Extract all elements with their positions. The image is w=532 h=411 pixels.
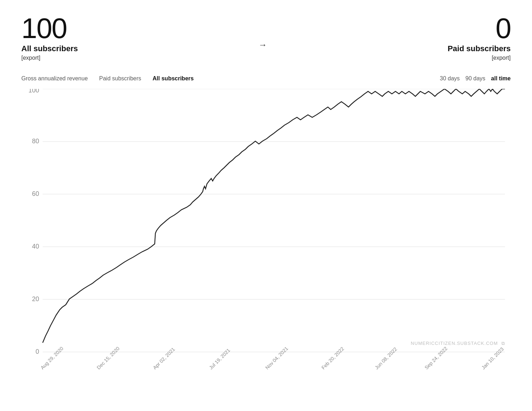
svg-text:Apr 02, 2021: Apr 02, 2021 bbox=[152, 346, 176, 370]
chart-svg: 0 20 40 60 80 100 Aug 29, 2020 Dec 15, 2… bbox=[21, 89, 511, 380]
chart-controls: Gross annualized revenue Paid subscriber… bbox=[21, 75, 511, 82]
tab-90-days[interactable]: 90 days bbox=[465, 75, 485, 82]
arrow-separator: → bbox=[259, 40, 267, 50]
svg-text:100: 100 bbox=[28, 89, 39, 94]
chart-tabs-right: 30 days 90 days all time bbox=[440, 75, 511, 82]
paid-subscribers-export[interactable]: [export] bbox=[492, 55, 511, 61]
svg-text:Sep 24, 2022: Sep 24, 2022 bbox=[424, 346, 448, 370]
tab-all-time[interactable]: all time bbox=[491, 75, 511, 82]
tab-gross-revenue[interactable]: Gross annualized revenue bbox=[21, 75, 88, 82]
chart-tabs-left: Gross annualized revenue Paid subscriber… bbox=[21, 75, 194, 82]
tab-30-days[interactable]: 30 days bbox=[440, 75, 460, 82]
svg-text:Aug 29, 2020: Aug 29, 2020 bbox=[39, 346, 64, 370]
svg-text:⧉: ⧉ bbox=[501, 341, 505, 346]
paid-subscribers-number: 0 bbox=[495, 14, 511, 43]
svg-text:Jul 19, 2021: Jul 19, 2021 bbox=[208, 347, 231, 370]
tab-all-subscribers[interactable]: All subscribers bbox=[153, 75, 194, 82]
paid-subscribers-label: Paid subscribers bbox=[448, 44, 511, 53]
svg-text:Jun 08, 2022: Jun 08, 2022 bbox=[374, 346, 398, 370]
svg-text:Nov 04, 2021: Nov 04, 2021 bbox=[264, 346, 289, 370]
all-subscribers-number: 100 bbox=[21, 14, 66, 43]
svg-text:Dec 15, 2020: Dec 15, 2020 bbox=[96, 346, 121, 370]
svg-text:40: 40 bbox=[32, 243, 39, 250]
svg-text:NUMERICCITIZEN.SUBSTACK.COM: NUMERICCITIZEN.SUBSTACK.COM bbox=[411, 341, 498, 346]
tab-paid-subscribers[interactable]: Paid subscribers bbox=[99, 75, 141, 82]
chart-container: 0 20 40 60 80 100 Aug 29, 2020 Dec 15, 2… bbox=[21, 89, 511, 380]
stats-row: 100 All subscribers [export] → 0 Paid su… bbox=[21, 14, 511, 61]
svg-text:20: 20 bbox=[32, 295, 39, 303]
all-subscribers-block: 100 All subscribers [export] bbox=[21, 14, 78, 61]
svg-text:Feb 20, 2022: Feb 20, 2022 bbox=[320, 346, 345, 370]
all-subscribers-export[interactable]: [export] bbox=[21, 55, 40, 61]
all-subscribers-label: All subscribers bbox=[21, 44, 78, 53]
paid-subscribers-block: 0 Paid subscribers [export] bbox=[448, 14, 511, 61]
svg-text:80: 80 bbox=[32, 138, 39, 145]
svg-text:0: 0 bbox=[36, 348, 39, 355]
svg-text:Jan 10, 2023: Jan 10, 2023 bbox=[480, 346, 505, 370]
svg-text:60: 60 bbox=[32, 190, 39, 197]
page: 100 All subscribers [export] → 0 Paid su… bbox=[0, 0, 532, 411]
